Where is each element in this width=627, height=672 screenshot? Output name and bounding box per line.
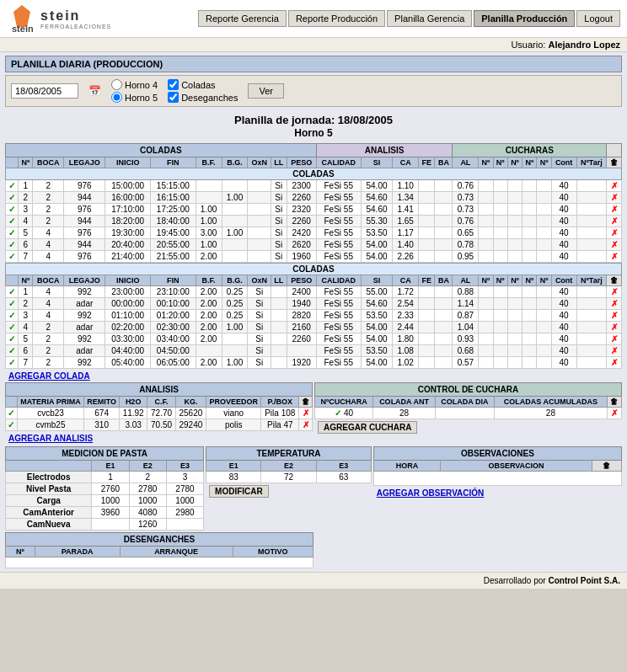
row-delete[interactable]: ✗	[607, 345, 622, 357]
row-check: ✓	[6, 310, 19, 322]
footer-company: Control Point S.A.	[548, 576, 620, 585]
horno5-radio-label[interactable]: Horno 5	[111, 92, 158, 103]
coladas-subheader-1: COLADAS	[6, 168, 622, 180]
col-notarj: NºTarj	[576, 157, 607, 168]
analisis-delete[interactable]: ✗	[299, 408, 313, 419]
row-delete[interactable]: ✗	[607, 333, 622, 345]
nav-reporte-gerencia[interactable]: Reporte Gerencia	[198, 10, 287, 27]
user-name: Alejandro Lopez	[548, 40, 620, 50]
col-nro4: Nº	[507, 157, 522, 168]
logo-text: stein	[40, 8, 111, 24]
footer-text: Desarrollado por	[484, 576, 546, 585]
col-ll: LL	[271, 157, 287, 168]
coladas-checkbox-label[interactable]: Coladas	[168, 79, 238, 90]
coladas-row-2: ✓ 7 2 992 05:40:00 06:05:00 2.00 1.00 Si…	[6, 357, 622, 369]
temperatura-row: 83 72 63	[206, 472, 372, 483]
row-delete[interactable]: ✗	[607, 251, 622, 263]
agregar-colada-link[interactable]: AGREGAR COLADA	[8, 371, 90, 381]
page-subtitle: Horno 5	[5, 127, 622, 143]
nav-reporte-produccion[interactable]: Reporte Producción	[288, 10, 385, 27]
coladas-row-2: ✓ 4 2 adar 02:20:00 02:30:00 2.00 1.00 S…	[6, 322, 622, 333]
medicion-pasta-header: MEDICION DE PASTA	[6, 447, 204, 461]
coladas-checkbox[interactable]	[168, 79, 179, 90]
row-delete[interactable]: ✗	[607, 192, 622, 204]
agregar-cuchara-button[interactable]: AGREGAR CUCHARA	[318, 421, 417, 434]
medicion-pasta-table: MEDICION DE PASTA E1 E2 E3 Electrodos 1 …	[5, 446, 204, 531]
analisis-table: ANALISIS MATERIA PRIMA REMITO H2O C.F. K…	[5, 382, 313, 431]
agregar-analisis-link[interactable]: AGREGAR ANALISIS	[8, 434, 93, 443]
coladas-row-2: ✓ 1 4 992 23:00:00 23:10:00 2.00 0.25 Si…	[6, 286, 622, 298]
svg-text:stein: stein	[12, 24, 34, 34]
page-title: Planilla de jornada: 18/08/2005	[5, 110, 622, 127]
row-delete[interactable]: ✗	[607, 286, 622, 298]
row-delete[interactable]: ✗	[607, 180, 622, 192]
observaciones-header: OBSERVACIONES	[373, 447, 621, 461]
horno5-radio[interactable]	[111, 92, 122, 103]
cuchara-check: ✓	[335, 408, 341, 418]
nav-planilla-produccion[interactable]: Planilla Producción	[474, 10, 575, 27]
horno4-radio-label[interactable]: Horno 4	[111, 79, 158, 90]
coladas-row-2: ✓ 6 2 adar 04:40:00 04:50:00 Si FeSi 55 …	[6, 345, 622, 357]
desenganches-checkbox[interactable]	[168, 92, 179, 103]
logo-area: stein stein FERROALEACIONES	[7, 3, 111, 34]
modificar-button[interactable]: MODIFICAR	[209, 485, 269, 498]
nav-planilla-gerencia[interactable]: Planilla Gerencia	[387, 10, 472, 27]
temperatura-header: TEMPERATURA	[206, 447, 372, 461]
planilla-title: PLANILLA DIARIA (PRODUCCION)	[11, 59, 163, 69]
ver-button[interactable]: Ver	[248, 83, 284, 99]
col-ca: CA	[393, 157, 419, 168]
nav-bar: Reporte Gerencia Reporte Producción Plan…	[198, 10, 620, 27]
col-nro3: Nº	[493, 157, 507, 168]
logo-icon: stein	[7, 3, 37, 34]
row-delete[interactable]: ✗	[607, 239, 622, 251]
col-peso: PESO	[287, 157, 316, 168]
horno4-radio[interactable]	[111, 79, 122, 90]
col-cont: Cont	[551, 157, 576, 168]
coladas-row-2: ✓ 5 2 992 03:30:00 03:40:00 2.00 Si 2260…	[6, 333, 622, 345]
row-delete[interactable]: ✗	[607, 357, 622, 369]
desenganches-checkbox-label[interactable]: Deseganches	[168, 92, 238, 103]
nro-cuchara: ✓ 40	[315, 408, 373, 419]
pasta-row-carga: Carga 1000 1000 1000	[6, 495, 204, 507]
row-delete[interactable]: ✗	[607, 227, 622, 239]
coladas-row: ✓ 2 2 944 16:00:00 16:15:00 1.00 Si 2260…	[6, 192, 622, 204]
row-check: ✓	[6, 322, 19, 333]
agregar-cuchara-row: AGREGAR CUCHARA	[314, 419, 622, 435]
planilla-header: PLANILLA DIARIA (PRODUCCION)	[5, 56, 622, 72]
date-input[interactable]	[11, 83, 78, 99]
row-delete[interactable]: ✗	[607, 204, 622, 216]
cuchara-delete[interactable]: ✗	[607, 408, 621, 419]
row-check: ✓	[6, 357, 19, 369]
row-delete[interactable]: ✗	[607, 298, 622, 310]
coladas-table-2: COLADAS Nº BOCA LEGAJO INICIO FIN B.F. B…	[5, 263, 622, 369]
row-check: ✓	[6, 286, 19, 298]
analisis-delete[interactable]: ✗	[299, 419, 313, 431]
calendar-icon[interactable]: 📅	[88, 85, 101, 97]
row-check: ✓	[6, 180, 19, 192]
pasta-row-camant: CamAnterior 3960 4080 2980	[6, 507, 204, 519]
user-info: Usuario: Alejandro Lopez	[0, 38, 627, 52]
pasta-row-electrodos: Electrodos 1 2 3	[6, 472, 204, 483]
agregar-observacion-link[interactable]: AGREGAR OBSERVACIÓN	[377, 488, 484, 498]
analisis-table-header: ANALISIS	[6, 383, 313, 397]
row-delete[interactable]: ✗	[607, 322, 622, 333]
row-delete[interactable]: ✗	[607, 310, 622, 322]
row-delete[interactable]: ✗	[607, 216, 622, 227]
col-bg: B.G.	[222, 157, 248, 168]
modificar-row: MODIFICAR	[206, 483, 372, 499]
coladas-row: ✓ 6 4 944 20:40:00 20:55:00 1.00 Si 2620…	[6, 239, 622, 251]
col-legajo: LEGAJO	[64, 157, 105, 168]
nav-logout[interactable]: Logout	[576, 10, 620, 27]
col-si: SI	[361, 157, 392, 168]
analisis-main-header: ANALISIS	[316, 144, 453, 157]
coladas-row: ✓ 5 4 976 19:30:00 19:45:00 3.00 1.00 Si…	[6, 227, 622, 239]
colada-dia	[435, 408, 494, 419]
coladas-row: ✓ 1 2 976 15:00:00 15:15:00 Si 2300 FeSi…	[6, 180, 622, 192]
col-fin: FIN	[150, 157, 196, 168]
coladas-row: ✓ 7 4 976 21:40:00 21:55:00 2.00 Si 1960…	[6, 251, 622, 263]
row-check: ✓	[6, 216, 19, 227]
colada-ant: 28	[373, 408, 435, 419]
coladas-acum: 28	[495, 408, 608, 419]
coladas-row-2: ✓ 2 4 adar 00:00:00 00:10:00 2.00 0.25 S…	[6, 298, 622, 310]
header: stein stein FERROALEACIONES Reporte Gere…	[0, 0, 627, 52]
